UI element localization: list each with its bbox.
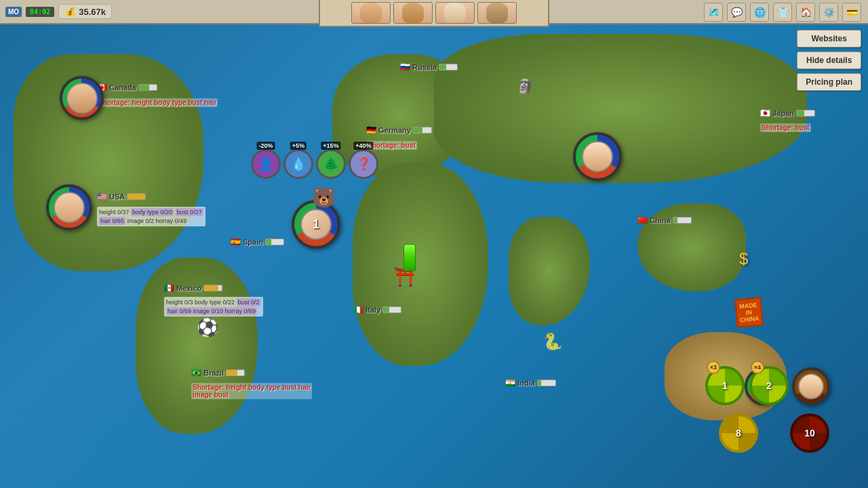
boost-area: -20% 👤 +5% 💧 +15% 🌲 +40% ❓ — [251, 149, 378, 179]
china-label: 🇨🇳 China — [637, 216, 692, 225]
pricing-plan-button[interactable]: Pricing plan — [797, 73, 861, 91]
token-x4-wrapper: ×4 2 — [749, 366, 789, 405]
italy-bar-fill — [383, 307, 389, 312]
japan-name: Japan — [772, 109, 794, 117]
canada-name: Canada — [109, 83, 136, 92]
time-badge: 04:02 — [26, 7, 54, 17]
asia-token-inner — [582, 141, 613, 172]
asia-token[interactable] — [573, 132, 622, 181]
brazil-flag: 🇧🇷 — [191, 368, 201, 378]
shirt-icon[interactable]: 👕 — [773, 3, 792, 22]
token-x3-wrapper: ×3 1 — [705, 366, 745, 405]
token-1-num: 1 — [722, 380, 728, 391]
usa-label: 🇺🇸 USA — [97, 192, 146, 201]
spain-bar-fill — [266, 239, 271, 245]
boost-pct-1: -20% — [256, 142, 275, 150]
india-bar — [537, 380, 556, 386]
money-icon: 💰 — [64, 6, 76, 17]
russia-label: 🇷🇺 Russia — [400, 62, 458, 72]
brazil-bar — [226, 369, 245, 376]
house-icon[interactable]: 🏠 — [796, 3, 815, 22]
boost-pct-3: +15% — [321, 142, 340, 150]
portrait-3[interactable] — [435, 2, 475, 24]
chat-icon[interactable]: 💬 — [727, 3, 746, 22]
spain-flag: 🇪🇸 — [231, 237, 241, 247]
russia-name: Russia — [412, 63, 437, 71]
token-spinner-2[interactable] — [792, 367, 830, 405]
china-name: China — [650, 216, 671, 224]
portrait-4[interactable] — [477, 2, 517, 24]
multiplier-x3: ×3 — [707, 361, 720, 374]
china-flag: 🇨🇳 — [637, 216, 648, 225]
mexico-name: Mexico — [176, 284, 201, 292]
russia-flag: 🇷🇺 — [400, 62, 410, 72]
token-3[interactable]: 8 — [719, 413, 758, 453]
hide-details-button[interactable]: Hide details — [797, 52, 861, 69]
mexico-stat-1: height 0/3 body type 0/22 — [166, 299, 237, 306]
canada-token-inner — [66, 83, 98, 114]
brazil-bar-fill — [226, 370, 237, 375]
boost-pct-4: +40% — [353, 142, 373, 150]
topbar-icons: 🗺️ 💬 🌐 👕 🏠 ⚙️ 💳 — [704, 3, 861, 22]
settings-icon[interactable]: ⚙️ — [819, 3, 838, 22]
token-2-num: 2 — [766, 380, 772, 391]
money-amount: 35.67k — [79, 7, 106, 17]
boost-icon-3[interactable]: +15% 🌲 — [316, 149, 346, 179]
japan-label: 🇯🇵 Japan — [760, 108, 815, 118]
portrait-1[interactable] — [351, 2, 391, 24]
germany-bar — [413, 127, 432, 134]
brazil-label: 🇧🇷 Brazil — [191, 368, 245, 378]
card-icon[interactable]: 💳 — [842, 3, 861, 22]
mexico-bar-fill — [204, 285, 218, 291]
italy-name: Italy — [366, 306, 380, 314]
germany-flag: 🇩🇪 — [366, 125, 376, 135]
portraits-area — [319, 0, 549, 27]
mexico-label: 🇲🇽 Mexico — [164, 283, 222, 293]
india-land — [509, 217, 590, 325]
usa-bar — [127, 193, 146, 200]
usa-flag: 🇺🇸 — [97, 192, 107, 201]
token-gold-wrapper: 8 — [719, 413, 758, 453]
germany-bar-fill — [414, 127, 422, 133]
russia-bar — [439, 64, 458, 70]
india-flag: 🇮🇳 — [505, 378, 515, 388]
boost-pct-2: +5% — [290, 142, 307, 150]
india-bar-fill — [538, 380, 541, 386]
token-3-num: 8 — [736, 428, 741, 439]
websites-button[interactable]: Websites — [797, 30, 861, 47]
canada-shortage: Shortage: height body type bust hair — [97, 98, 218, 107]
boost-icon-2[interactable]: +5% 💧 — [283, 149, 313, 179]
multiplier-x4: ×4 — [751, 361, 764, 374]
mexico-flag: 🇲🇽 — [164, 283, 174, 293]
spain-label: 🇪🇸 Spain — [231, 237, 284, 247]
china-bar-fill — [673, 218, 678, 223]
usa-token-inner — [54, 192, 85, 223]
money-display: 💰 35.67k — [58, 4, 112, 19]
mexico-stat-3: hair 0/69 image 0/10 horray 0/69 — [166, 307, 257, 315]
token-darkred-wrapper: 10 — [790, 413, 829, 453]
globe-icon[interactable]: 🌐 — [750, 3, 769, 22]
japan-flag: 🇯🇵 — [760, 108, 770, 118]
usa-figure — [56, 192, 83, 222]
green-cylinder — [403, 244, 416, 271]
spain-bar — [265, 239, 284, 245]
brazil-name: Brazil — [203, 369, 224, 377]
boost-icon-4[interactable]: +40% ❓ — [349, 149, 378, 179]
japan-bar — [796, 110, 815, 117]
token-4[interactable]: 10 — [790, 413, 829, 453]
boost-icon-1[interactable]: -20% 👤 — [251, 149, 281, 179]
map-icon[interactable]: 🗺️ — [704, 3, 723, 22]
usa-token[interactable] — [46, 184, 92, 230]
japan-bar-fill — [797, 110, 805, 116]
token-4-num: 10 — [804, 428, 815, 439]
brazil-shortage: Shortage: height body type bust hairimag… — [191, 383, 312, 399]
statue-icon: 🗿 — [517, 78, 534, 94]
italy-bar — [382, 306, 401, 313]
portrait-2[interactable] — [393, 2, 433, 24]
canada-bar — [138, 84, 157, 91]
made-in-china: MADEINCHINA — [734, 297, 763, 327]
africa-land — [353, 163, 488, 366]
germany-name: Germany — [378, 126, 411, 134]
china-bar — [673, 217, 692, 224]
canada-token[interactable] — [60, 76, 104, 120]
